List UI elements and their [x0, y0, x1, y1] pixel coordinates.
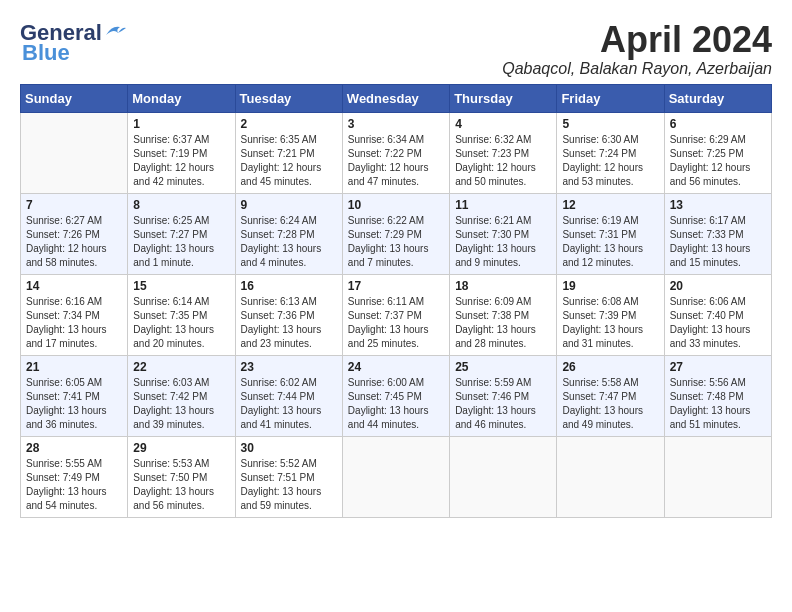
calendar-cell: 13Sunrise: 6:17 AMSunset: 7:33 PMDayligh…	[664, 193, 771, 274]
cell-info: Sunrise: 6:27 AMSunset: 7:26 PMDaylight:…	[26, 214, 122, 270]
calendar-cell: 23Sunrise: 6:02 AMSunset: 7:44 PMDayligh…	[235, 355, 342, 436]
cell-info: Sunrise: 6:09 AMSunset: 7:38 PMDaylight:…	[455, 295, 551, 351]
day-number: 5	[562, 117, 658, 131]
day-number: 26	[562, 360, 658, 374]
calendar-cell: 20Sunrise: 6:06 AMSunset: 7:40 PMDayligh…	[664, 274, 771, 355]
cell-info: Sunrise: 6:00 AMSunset: 7:45 PMDaylight:…	[348, 376, 444, 432]
calendar-cell: 15Sunrise: 6:14 AMSunset: 7:35 PMDayligh…	[128, 274, 235, 355]
calendar-cell	[342, 436, 449, 517]
cell-info: Sunrise: 5:55 AMSunset: 7:49 PMDaylight:…	[26, 457, 122, 513]
calendar-cell	[557, 436, 664, 517]
day-number: 11	[455, 198, 551, 212]
calendar-cell	[664, 436, 771, 517]
cell-info: Sunrise: 6:25 AMSunset: 7:27 PMDaylight:…	[133, 214, 229, 270]
calendar-cell: 9Sunrise: 6:24 AMSunset: 7:28 PMDaylight…	[235, 193, 342, 274]
day-number: 3	[348, 117, 444, 131]
location-title: Qabaqcol, Balakan Rayon, Azerbaijan	[502, 60, 772, 78]
day-number: 23	[241, 360, 337, 374]
cell-info: Sunrise: 6:34 AMSunset: 7:22 PMDaylight:…	[348, 133, 444, 189]
calendar-cell	[450, 436, 557, 517]
cell-info: Sunrise: 6:08 AMSunset: 7:39 PMDaylight:…	[562, 295, 658, 351]
cell-info: Sunrise: 6:05 AMSunset: 7:41 PMDaylight:…	[26, 376, 122, 432]
cell-info: Sunrise: 6:14 AMSunset: 7:35 PMDaylight:…	[133, 295, 229, 351]
calendar-cell: 7Sunrise: 6:27 AMSunset: 7:26 PMDaylight…	[21, 193, 128, 274]
week-row-3: 14Sunrise: 6:16 AMSunset: 7:34 PMDayligh…	[21, 274, 772, 355]
calendar-cell: 16Sunrise: 6:13 AMSunset: 7:36 PMDayligh…	[235, 274, 342, 355]
calendar-cell: 11Sunrise: 6:21 AMSunset: 7:30 PMDayligh…	[450, 193, 557, 274]
header-sunday: Sunday	[21, 84, 128, 112]
header-thursday: Thursday	[450, 84, 557, 112]
day-number: 8	[133, 198, 229, 212]
day-number: 19	[562, 279, 658, 293]
cell-info: Sunrise: 5:52 AMSunset: 7:51 PMDaylight:…	[241, 457, 337, 513]
cell-info: Sunrise: 6:37 AMSunset: 7:19 PMDaylight:…	[133, 133, 229, 189]
day-number: 10	[348, 198, 444, 212]
day-number: 29	[133, 441, 229, 455]
cell-info: Sunrise: 6:03 AMSunset: 7:42 PMDaylight:…	[133, 376, 229, 432]
header-wednesday: Wednesday	[342, 84, 449, 112]
day-number: 14	[26, 279, 122, 293]
title-area: April 2024 Qabaqcol, Balakan Rayon, Azer…	[502, 20, 772, 78]
calendar-cell: 21Sunrise: 6:05 AMSunset: 7:41 PMDayligh…	[21, 355, 128, 436]
calendar-cell: 12Sunrise: 6:19 AMSunset: 7:31 PMDayligh…	[557, 193, 664, 274]
calendar-cell: 2Sunrise: 6:35 AMSunset: 7:21 PMDaylight…	[235, 112, 342, 193]
calendar-cell: 29Sunrise: 5:53 AMSunset: 7:50 PMDayligh…	[128, 436, 235, 517]
day-number: 28	[26, 441, 122, 455]
logo: General Blue	[20, 20, 126, 66]
day-number: 9	[241, 198, 337, 212]
cell-info: Sunrise: 6:11 AMSunset: 7:37 PMDaylight:…	[348, 295, 444, 351]
cell-info: Sunrise: 5:58 AMSunset: 7:47 PMDaylight:…	[562, 376, 658, 432]
cell-info: Sunrise: 6:32 AMSunset: 7:23 PMDaylight:…	[455, 133, 551, 189]
header-tuesday: Tuesday	[235, 84, 342, 112]
calendar-cell: 25Sunrise: 5:59 AMSunset: 7:46 PMDayligh…	[450, 355, 557, 436]
day-number: 20	[670, 279, 766, 293]
day-number: 25	[455, 360, 551, 374]
calendar-cell: 19Sunrise: 6:08 AMSunset: 7:39 PMDayligh…	[557, 274, 664, 355]
cell-info: Sunrise: 6:29 AMSunset: 7:25 PMDaylight:…	[670, 133, 766, 189]
cell-info: Sunrise: 6:21 AMSunset: 7:30 PMDaylight:…	[455, 214, 551, 270]
cell-info: Sunrise: 6:16 AMSunset: 7:34 PMDaylight:…	[26, 295, 122, 351]
calendar-cell: 1Sunrise: 6:37 AMSunset: 7:19 PMDaylight…	[128, 112, 235, 193]
cell-info: Sunrise: 6:19 AMSunset: 7:31 PMDaylight:…	[562, 214, 658, 270]
day-number: 18	[455, 279, 551, 293]
cell-info: Sunrise: 6:13 AMSunset: 7:36 PMDaylight:…	[241, 295, 337, 351]
day-number: 24	[348, 360, 444, 374]
day-number: 1	[133, 117, 229, 131]
logo-blue: Blue	[20, 40, 70, 66]
day-number: 17	[348, 279, 444, 293]
cell-info: Sunrise: 5:56 AMSunset: 7:48 PMDaylight:…	[670, 376, 766, 432]
calendar-cell: 8Sunrise: 6:25 AMSunset: 7:27 PMDaylight…	[128, 193, 235, 274]
calendar-cell: 6Sunrise: 6:29 AMSunset: 7:25 PMDaylight…	[664, 112, 771, 193]
day-number: 15	[133, 279, 229, 293]
day-number: 22	[133, 360, 229, 374]
calendar-cell: 18Sunrise: 6:09 AMSunset: 7:38 PMDayligh…	[450, 274, 557, 355]
day-number: 6	[670, 117, 766, 131]
cell-info: Sunrise: 6:35 AMSunset: 7:21 PMDaylight:…	[241, 133, 337, 189]
day-number: 7	[26, 198, 122, 212]
calendar-cell: 14Sunrise: 6:16 AMSunset: 7:34 PMDayligh…	[21, 274, 128, 355]
calendar-table: SundayMondayTuesdayWednesdayThursdayFrid…	[20, 84, 772, 518]
calendar-cell: 3Sunrise: 6:34 AMSunset: 7:22 PMDaylight…	[342, 112, 449, 193]
week-row-5: 28Sunrise: 5:55 AMSunset: 7:49 PMDayligh…	[21, 436, 772, 517]
week-row-4: 21Sunrise: 6:05 AMSunset: 7:41 PMDayligh…	[21, 355, 772, 436]
calendar-cell: 4Sunrise: 6:32 AMSunset: 7:23 PMDaylight…	[450, 112, 557, 193]
calendar-cell: 26Sunrise: 5:58 AMSunset: 7:47 PMDayligh…	[557, 355, 664, 436]
calendar-cell: 27Sunrise: 5:56 AMSunset: 7:48 PMDayligh…	[664, 355, 771, 436]
cell-info: Sunrise: 6:30 AMSunset: 7:24 PMDaylight:…	[562, 133, 658, 189]
calendar-cell	[21, 112, 128, 193]
day-number: 13	[670, 198, 766, 212]
header-monday: Monday	[128, 84, 235, 112]
cell-info: Sunrise: 6:02 AMSunset: 7:44 PMDaylight:…	[241, 376, 337, 432]
day-number: 21	[26, 360, 122, 374]
calendar-cell: 17Sunrise: 6:11 AMSunset: 7:37 PMDayligh…	[342, 274, 449, 355]
calendar-cell: 28Sunrise: 5:55 AMSunset: 7:49 PMDayligh…	[21, 436, 128, 517]
calendar-cell: 5Sunrise: 6:30 AMSunset: 7:24 PMDaylight…	[557, 112, 664, 193]
week-row-2: 7Sunrise: 6:27 AMSunset: 7:26 PMDaylight…	[21, 193, 772, 274]
day-number: 12	[562, 198, 658, 212]
calendar-cell: 10Sunrise: 6:22 AMSunset: 7:29 PMDayligh…	[342, 193, 449, 274]
calendar-cell: 22Sunrise: 6:03 AMSunset: 7:42 PMDayligh…	[128, 355, 235, 436]
month-title: April 2024	[502, 20, 772, 60]
cell-info: Sunrise: 6:22 AMSunset: 7:29 PMDaylight:…	[348, 214, 444, 270]
header-saturday: Saturday	[664, 84, 771, 112]
day-number: 2	[241, 117, 337, 131]
